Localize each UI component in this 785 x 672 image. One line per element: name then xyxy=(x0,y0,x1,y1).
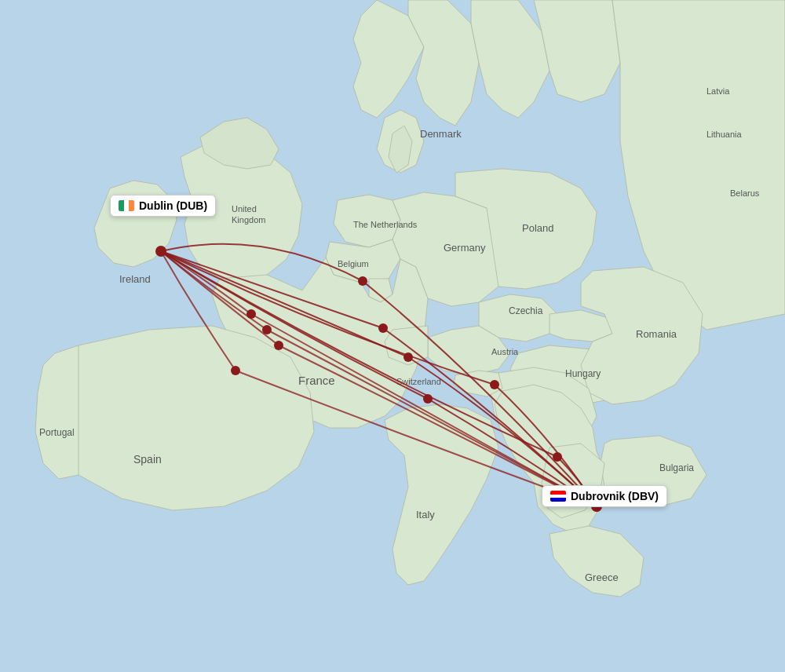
label-austria: Austria xyxy=(491,347,519,356)
map-svg: Ireland United Kingdom Denmark The Nethe… xyxy=(0,0,785,672)
dubrovnik-label: Dubrovnik (DBV) xyxy=(542,485,667,507)
label-belgium: Belgium xyxy=(338,259,369,268)
label-ireland: Ireland xyxy=(119,273,151,285)
label-belarus: Belarus xyxy=(730,188,760,198)
label-lithuania: Lithuania xyxy=(706,130,743,139)
label-latvia: Latvia xyxy=(706,86,730,96)
label-france: France xyxy=(298,374,335,387)
label-romania: Romania xyxy=(636,328,677,340)
label-germany: Germany xyxy=(444,242,486,254)
svg-text:United: United xyxy=(232,204,257,214)
label-bulgaria: Bulgaria xyxy=(659,462,694,473)
label-switzerland: Switzerland xyxy=(396,377,441,386)
dublin-label: Dublin (DUB) xyxy=(110,195,216,217)
label-poland: Poland xyxy=(522,222,553,234)
label-czechia: Czechia xyxy=(509,305,543,316)
label-italy: Italy xyxy=(416,509,435,520)
dubrovnik-text: Dubrovnik (DBV) xyxy=(571,490,659,502)
dublin-dot xyxy=(155,246,166,257)
ireland-flag xyxy=(119,200,134,211)
label-netherlands: The Netherlands xyxy=(353,220,418,229)
label-greece: Greece xyxy=(585,572,619,583)
label-portugal: Portugal xyxy=(39,427,75,438)
croatia-flag xyxy=(550,491,566,502)
label-spain: Spain xyxy=(133,453,162,466)
map-container: Ireland United Kingdom Denmark The Nethe… xyxy=(0,0,785,672)
label-hungary: Hungary xyxy=(565,368,601,379)
label-denmark: Denmark xyxy=(420,128,462,140)
dublin-text: Dublin (DUB) xyxy=(139,199,207,212)
svg-text:Kingdom: Kingdom xyxy=(232,215,265,225)
